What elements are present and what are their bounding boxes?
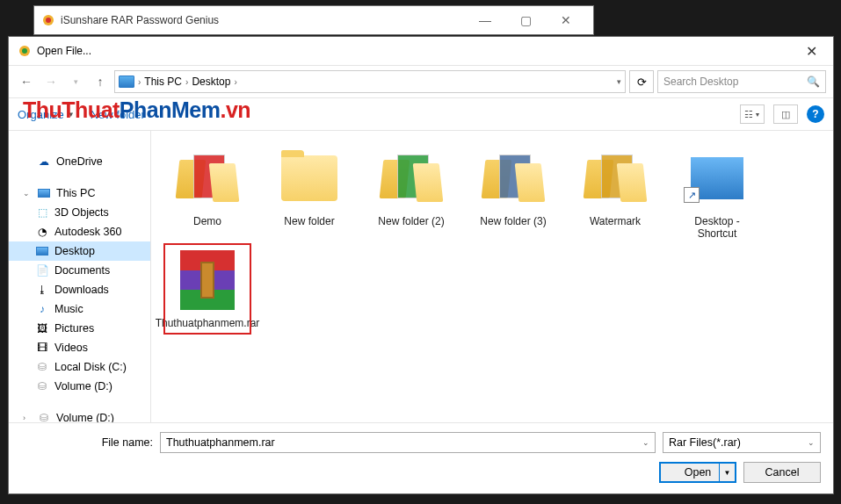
sidebar-item-3dobjects[interactable]: ⬚3D Objects <box>9 203 150 222</box>
parent-app-titlebar: iSunshare RAR Password Genius — ▢ ✕ <box>33 5 594 35</box>
open-file-dialog: Open File... ✕ ← → ▾ ↑ › This PC › Deskt… <box>8 36 834 494</box>
downloads-icon: ⭳ <box>35 283 49 297</box>
dialog-icon <box>18 44 32 58</box>
search-input[interactable]: Search Desktop 🔍 <box>657 70 826 93</box>
chevron-right-icon: › <box>185 77 188 87</box>
sidebar-item-autodesk[interactable]: ◔Autodesk 360 <box>9 222 150 241</box>
sidebar-item-onedrive[interactable]: ☁ OneDrive <box>9 152 150 171</box>
file-item-label: Thuthuatphanmem.rar <box>156 317 260 329</box>
cloud-icon: ☁ <box>37 155 51 169</box>
chevron-down-icon: ▼ <box>68 111 75 119</box>
breadcrumb-pc[interactable]: This PC <box>144 76 182 88</box>
expand-icon[interactable]: › <box>23 414 32 422</box>
pc-icon <box>37 186 51 200</box>
svg-point-3 <box>22 48 27 54</box>
parent-app-title: iSunshare RAR Password Genius <box>61 14 465 26</box>
documents-icon: 📄 <box>35 263 49 277</box>
bottom-bar: File name: Thuthuatphanmem.rar ⌄ Rar Fil… <box>9 422 833 493</box>
disk-icon: ◔ <box>35 225 49 239</box>
expand-icon[interactable]: ⌄ <box>23 189 32 198</box>
sidebar-item-volume-d-root[interactable]: ›⛁ Volume (D:) <box>9 408 150 422</box>
sidebar-item-thispc[interactable]: ⌄ This PC <box>9 184 150 203</box>
parent-close-button[interactable]: ✕ <box>546 6 586 34</box>
folder-open-icon <box>584 147 647 210</box>
refresh-button[interactable]: ⟳ <box>629 70 654 93</box>
sidebar-item-pictures[interactable]: 🖼Pictures <box>9 319 150 338</box>
breadcrumb[interactable]: › This PC › Desktop › ▾ <box>114 70 626 93</box>
sidebar-tree: ☁ OneDrive ⌄ This PC ⬚3D Objects ◔Autode… <box>9 131 151 422</box>
file-item[interactable]: Watermark <box>575 147 656 240</box>
chevron-right-icon: › <box>138 77 141 87</box>
folder-icon <box>278 147 341 210</box>
breadcrumb-desktop[interactable]: Desktop <box>192 76 230 88</box>
svg-point-1 <box>46 18 51 23</box>
drive-icon: ⛁ <box>35 360 49 374</box>
file-item-label: New folder <box>284 215 334 227</box>
file-item[interactable]: New folder (2) <box>371 147 452 240</box>
file-item[interactable]: Demo <box>167 147 248 240</box>
shortcut-icon: ↗ <box>685 147 749 210</box>
open-button[interactable]: Open ▼ <box>659 462 736 483</box>
nav-row: ← → ▾ ↑ › This PC › Desktop › ▾ ⟳ Search… <box>9 65 833 98</box>
breadcrumb-dropdown-icon[interactable]: ▾ <box>617 77 621 86</box>
drive-icon: ⛁ <box>37 411 51 422</box>
file-item-label: Demo <box>193 215 221 227</box>
file-item-label: New folder (2) <box>378 215 444 227</box>
organize-menu[interactable]: Organize ▼ <box>18 108 75 121</box>
folder-open-icon <box>482 147 545 210</box>
drive-icon: ⛁ <box>35 379 49 393</box>
file-item-label: New folder (3) <box>480 215 546 227</box>
nav-up-button[interactable]: ↑ <box>90 71 111 92</box>
file-item[interactable]: Thuthuatphanmem.rar <box>167 247 248 331</box>
file-item-label: Desktop - Shortcut <box>677 215 758 240</box>
videos-icon: 🎞 <box>35 341 49 355</box>
preview-pane-button[interactable]: ◫ <box>773 104 798 124</box>
nav-back-button[interactable]: ← <box>16 71 37 92</box>
filename-input[interactable]: Thuthuatphanmem.rar ⌄ <box>160 432 656 453</box>
open-split-dropdown[interactable]: ▼ <box>719 464 735 481</box>
nav-forward-button[interactable]: → <box>40 71 62 92</box>
chevron-down-icon: ⌄ <box>808 438 815 447</box>
desktop-icon <box>35 244 49 258</box>
file-item[interactable]: ↗Desktop - Shortcut <box>677 147 758 240</box>
dialog-title: Open File... <box>37 45 799 57</box>
file-filter-dropdown[interactable]: Rar Files(*.rar) ⌄ <box>663 432 821 453</box>
search-icon: 🔍 <box>807 76 820 88</box>
help-button[interactable]: ? <box>807 105 824 123</box>
parent-minimize-button[interactable]: — <box>465 6 505 34</box>
filename-label: File name: <box>21 436 153 449</box>
sidebar-item-desktop[interactable]: Desktop <box>9 241 150 261</box>
sidebar-item-downloads[interactable]: ⭳Downloads <box>9 280 150 299</box>
file-list[interactable]: DemoNew folderNew folder (2)New folder (… <box>151 131 833 422</box>
parent-maximize-button[interactable]: ▢ <box>505 6 546 34</box>
cube-icon: ⬚ <box>35 205 49 220</box>
sidebar-item-documents[interactable]: 📄Documents <box>9 261 150 280</box>
folder-open-icon <box>176 147 239 210</box>
file-item[interactable]: New folder <box>269 147 350 240</box>
new-folder-button[interactable]: New folder <box>91 108 145 121</box>
chevron-down-icon[interactable]: ⌄ <box>642 438 649 447</box>
app-icon <box>41 13 55 27</box>
search-placeholder: Search Desktop <box>663 76 738 88</box>
file-item[interactable]: New folder (3) <box>473 147 554 240</box>
sidebar-item-volume-d[interactable]: ⛁Volume (D:) <box>9 377 150 396</box>
pictures-icon: 🖼 <box>35 321 49 335</box>
view-mode-button[interactable]: ☷ ▼ <box>740 104 765 124</box>
cancel-button[interactable]: Cancel <box>743 462 821 483</box>
sidebar-item-localdisk-c[interactable]: ⛁Local Disk (C:) <box>9 357 150 377</box>
chevron-right-icon: › <box>234 77 236 87</box>
file-item-label: Watermark <box>590 215 641 227</box>
music-icon: ♪ <box>35 302 49 316</box>
sidebar-item-videos[interactable]: 🎞Videos <box>9 338 150 357</box>
dialog-titlebar: Open File... ✕ <box>9 37 833 65</box>
rar-icon <box>176 248 239 312</box>
dialog-close-button[interactable]: ✕ <box>799 40 824 63</box>
toolbar: Organize ▼ New folder ☷ ▼ ◫ ? <box>9 98 833 130</box>
nav-recent-dropdown[interactable]: ▾ <box>65 71 86 92</box>
folder-open-icon <box>380 147 443 210</box>
sidebar-item-music[interactable]: ♪Music <box>9 299 150 319</box>
pc-icon <box>119 76 134 88</box>
